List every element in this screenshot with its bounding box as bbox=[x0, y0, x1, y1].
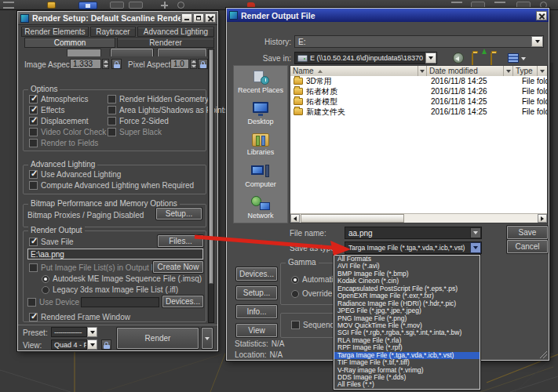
checkbox-displacement[interactable]: Displacement bbox=[29, 117, 89, 125]
toolbar-icon[interactable] bbox=[3, 2, 14, 9]
column-header-date-modified[interactable]: Date modified bbox=[427, 66, 504, 76]
place-recent-places[interactable]: Recent Places bbox=[234, 66, 287, 97]
file-type-option[interactable]: DDS Image File (*.dds) bbox=[334, 374, 480, 381]
column-header-type[interactable]: Type bbox=[513, 66, 538, 76]
setup-button[interactable]: Setup... bbox=[236, 286, 277, 299]
column-filter-icon[interactable] bbox=[538, 66, 547, 76]
file-name-combo[interactable]: aa.png bbox=[345, 227, 482, 239]
checkbox[interactable] bbox=[29, 238, 38, 246]
minimize-icon[interactable] bbox=[181, 13, 192, 23]
render-setup-titlebar[interactable]: Render Setup: Default Scanline Renderer bbox=[18, 12, 217, 25]
file-type-option[interactable]: All Files (*.*) bbox=[334, 381, 480, 388]
toolbar-icon[interactable] bbox=[47, 2, 56, 9]
checkbox[interactable] bbox=[27, 298, 36, 307]
checkbox-rendered-frame-window[interactable]: Rendered Frame Window bbox=[29, 313, 130, 321]
file-type-option[interactable]: OpenEXR Image File (*.exr,*.fxr) bbox=[334, 292, 480, 299]
checkbox-use-device[interactable]: Use Device bbox=[27, 298, 79, 307]
tab-render-elements[interactable]: Render Elements bbox=[21, 27, 89, 37]
file-name-dropdown-icon[interactable] bbox=[470, 227, 481, 238]
view-dropdown-icon[interactable] bbox=[87, 339, 97, 350]
checkbox-sequence[interactable]: Sequence bbox=[291, 321, 338, 329]
scroll-left-icon[interactable] bbox=[290, 214, 300, 223]
file-type-option[interactable]: Radiance Image File (HDRI) (*.hdr,*.pic) bbox=[334, 300, 480, 307]
view-button[interactable]: View bbox=[236, 324, 277, 337]
file-type-option[interactable]: All Formats bbox=[334, 256, 480, 263]
toolbar-icon[interactable] bbox=[177, 2, 184, 9]
radio[interactable] bbox=[291, 276, 299, 284]
pixel-aspect-spinner[interactable] bbox=[190, 59, 197, 69]
file-type-option[interactable]: V-Ray image format (*.vrimg) bbox=[334, 367, 480, 374]
file-row[interactable]: 拓者模型 2016/11/8 14:25 File folder bbox=[290, 96, 547, 107]
radio[interactable] bbox=[291, 290, 299, 298]
create-now-button[interactable]: Create Now bbox=[153, 261, 203, 273]
toolbar-icon-active[interactable] bbox=[78, 2, 97, 9]
file-type-option[interactable]: AVI File (*.avi) bbox=[334, 263, 480, 270]
checkbox[interactable] bbox=[29, 128, 38, 136]
place-computer[interactable]: Computer bbox=[234, 160, 287, 191]
file-type-option[interactable]: PNG Image File (*.png) bbox=[334, 315, 480, 322]
maximize-icon[interactable] bbox=[193, 13, 204, 23]
file-list-hscrollbar[interactable] bbox=[290, 213, 547, 223]
devices-button[interactable]: Devices... bbox=[236, 267, 277, 281]
file-type-option[interactable]: RLA Image File (*.rla) bbox=[334, 337, 480, 344]
pixel-aspect-lock-icon[interactable] bbox=[198, 59, 208, 69]
checkbox[interactable] bbox=[29, 313, 38, 321]
save-in-dropdown-icon[interactable] bbox=[425, 53, 436, 64]
image-aspect-field[interactable]: 1.333 bbox=[70, 59, 101, 69]
close-icon[interactable] bbox=[536, 11, 547, 20]
view-menu-caret-icon[interactable] bbox=[521, 57, 526, 60]
clipped-button[interactable] bbox=[158, 49, 206, 56]
checkbox[interactable] bbox=[29, 95, 38, 103]
file-type-option[interactable]: Encapsulated PostScript File (*.eps,*.ps… bbox=[334, 285, 480, 292]
tab-raytracer[interactable]: Raytracer bbox=[90, 27, 136, 37]
render-setup-scrollbar[interactable] bbox=[208, 49, 214, 323]
clipped-button[interactable] bbox=[111, 49, 153, 56]
bitmap-setup-button[interactable]: Setup... bbox=[156, 208, 202, 220]
clipped-field[interactable] bbox=[67, 49, 101, 56]
tab-renderer[interactable]: Renderer bbox=[117, 38, 214, 48]
checkbox[interactable] bbox=[108, 117, 116, 125]
close-icon[interactable] bbox=[205, 13, 216, 23]
checkbox[interactable] bbox=[29, 181, 38, 190]
checkbox[interactable] bbox=[29, 263, 38, 272]
checkbox[interactable] bbox=[29, 170, 38, 179]
checkbox-effects[interactable]: Effects bbox=[29, 106, 64, 114]
output-dialog-titlebar[interactable]: Render Output File bbox=[227, 9, 549, 22]
checkbox[interactable] bbox=[29, 117, 38, 125]
file-type-option[interactable]: Kodak Cineon (*.cin) bbox=[334, 278, 480, 285]
radio-gamma-override[interactable]: Override bbox=[291, 289, 332, 298]
tab-advanced-lighting[interactable]: Advanced Lighting bbox=[137, 27, 214, 37]
checkbox-render-to-fields[interactable]: Render to Fields bbox=[29, 139, 98, 147]
radio[interactable] bbox=[42, 275, 49, 283]
cancel-button[interactable]: Cancel bbox=[507, 240, 548, 253]
file-row[interactable]: 新建文件夹 2016/11/8 14:25 File folder bbox=[290, 107, 547, 117]
column-filter-icon[interactable] bbox=[504, 66, 513, 76]
view-lock-icon[interactable] bbox=[101, 339, 111, 350]
new-folder-icon[interactable] bbox=[491, 53, 503, 64]
output-path-field[interactable]: E:\aa.png bbox=[27, 249, 203, 260]
render-teapot-icon[interactable] bbox=[247, 2, 255, 8]
file-type-option[interactable]: SGI File (*.rgb,*.rgba,*.sgi,*.int,*.int… bbox=[334, 329, 480, 336]
device-field[interactable] bbox=[81, 297, 159, 307]
render-button[interactable]: Render bbox=[117, 328, 199, 349]
file-type-option[interactable]: TIF Image File (*.tif,*.tiff) bbox=[334, 359, 480, 366]
render-flyout-button[interactable] bbox=[202, 328, 213, 349]
checkbox[interactable] bbox=[108, 128, 116, 136]
files-button[interactable]: Files... bbox=[158, 235, 203, 247]
save-button[interactable]: Save bbox=[507, 226, 548, 239]
file-type-option[interactable]: JPEG File (*.jpg,*.jpe,*.jpeg) bbox=[334, 307, 480, 314]
image-aspect-lock-icon[interactable] bbox=[111, 59, 122, 69]
radio-legacy-ifl[interactable]: Legacy 3ds max Image File List (.ifl) bbox=[42, 285, 178, 294]
preset-combo[interactable]: -------------- bbox=[51, 327, 87, 337]
radio-autodesk-me[interactable]: Autodesk ME Image Sequence File (.imsq) bbox=[42, 274, 202, 283]
history-dropdown-icon[interactable] bbox=[531, 36, 543, 47]
checkbox[interactable] bbox=[29, 139, 38, 147]
place-libraries[interactable]: Libraries bbox=[234, 129, 287, 160]
save-as-type-combo[interactable]: Targa Image File (*.tga,*.vda,*.icb,*.vs… bbox=[345, 241, 482, 254]
resize-grip[interactable] bbox=[538, 350, 547, 358]
column-header-name[interactable]: Name bbox=[290, 66, 418, 76]
checkbox-force-2sided[interactable]: Force 2-Sided bbox=[108, 117, 169, 125]
image-aspect-spinner[interactable] bbox=[102, 59, 109, 69]
file-type-option[interactable]: BMP Image File (*.bmp) bbox=[334, 270, 480, 278]
place-desktop[interactable]: Desktop bbox=[234, 97, 287, 129]
